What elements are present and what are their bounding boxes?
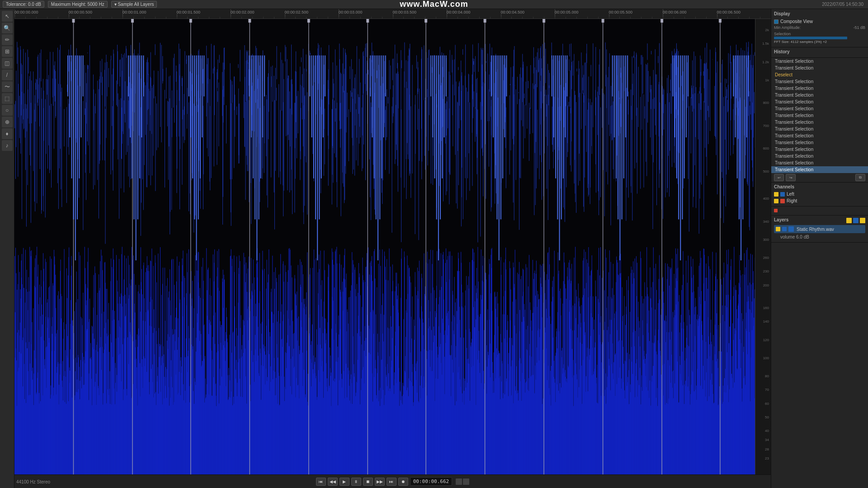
waveform-canvas[interactable] <box>14 19 771 474</box>
y-label-120: 120 <box>763 338 769 342</box>
svg-rect-2522 <box>561 85 561 189</box>
history-item-11[interactable]: Transient Selection <box>771 139 868 146</box>
svg-rect-3595 <box>506 56 507 97</box>
history-item-6[interactable]: Transient Selection <box>771 105 868 112</box>
history-item-0[interactable]: Transient Selection <box>771 58 868 65</box>
sample-button[interactable]: ▾ Sample All Layers <box>111 1 157 8</box>
svg-rect-776 <box>184 106 184 115</box>
history-actions: ↩ ↪ ⧉ <box>771 173 868 183</box>
svg-rect-255 <box>69 104 69 155</box>
btn-stop[interactable]: ⏹ <box>363 478 373 486</box>
btn-play[interactable]: ▶ <box>340 478 349 486</box>
zoom-tool[interactable]: 🔍 <box>2 23 13 33</box>
history-item-3[interactable]: Transient Selection <box>771 85 868 92</box>
svg-rect-1161 <box>268 77 268 207</box>
svg-rect-1509 <box>344 74 344 187</box>
svg-rect-1569 <box>356 109 357 160</box>
svg-rect-54 <box>25 52 26 170</box>
svg-rect-2030 <box>456 81 457 203</box>
tolerance-button[interactable]: Tolerance: 0.0 dB <box>3 1 44 8</box>
history-item-9[interactable]: Transient Selection <box>771 126 868 132</box>
svg-rect-2175 <box>486 71 486 199</box>
history-item-14[interactable]: Transient Selection <box>771 160 868 166</box>
svg-rect-3402 <box>750 60 750 102</box>
cursor-tool[interactable]: ↖ <box>2 11 13 22</box>
history-deselect[interactable]: Deselect <box>771 71 868 78</box>
waveform-area[interactable]: 00:00:00.00000:00:00.50000:00:01.00000:0… <box>14 9 771 474</box>
svg-rect-3134 <box>693 94 693 207</box>
svg-rect-69 <box>28 57 29 73</box>
svg-rect-725 <box>173 58 174 108</box>
history-item-8[interactable]: Transient Selection <box>771 119 868 126</box>
svg-rect-2973 <box>658 56 658 63</box>
line-tool[interactable]: / <box>2 70 13 80</box>
svg-rect-3266 <box>722 60 722 178</box>
hand-tool[interactable]: ♦ <box>2 128 13 139</box>
svg-rect-344 <box>90 45 90 173</box>
svg-rect-75 <box>29 80 30 155</box>
layer-main[interactable]: Static Rhythm.wav <box>774 225 865 233</box>
svg-rect-2928 <box>648 71 648 102</box>
pencil-tool[interactable]: ✏ <box>2 34 13 45</box>
btn-rewind[interactable]: ◀◀ <box>328 478 338 486</box>
history-item-12[interactable]: Transient Selection <box>771 146 868 153</box>
history-title: History <box>774 49 865 54</box>
layers-option-btn[interactable] <box>860 218 865 223</box>
history-copy-btn[interactable]: ⧉ <box>855 174 865 181</box>
layers-add-btn[interactable] <box>846 218 852 223</box>
btn-rewind-start[interactable]: ⏮ <box>316 478 326 486</box>
layers-controls <box>846 218 865 223</box>
svg-rect-1313 <box>301 57 302 62</box>
btn-forward-end[interactable]: ⏭ <box>387 478 396 486</box>
svg-rect-2162 <box>483 82 483 197</box>
history-item-5[interactable]: Transient Selection <box>771 99 868 105</box>
svg-rect-2361 <box>527 66 527 129</box>
ruler-label-10: 00:00:05.000 <box>555 10 579 14</box>
history-undo-btn[interactable]: ↩ <box>774 174 784 181</box>
right-panel: Display Composite View Min Amplitude: -5… <box>771 9 868 488</box>
svg-rect-917 <box>214 67 215 115</box>
composite-checkbox[interactable] <box>774 19 778 24</box>
svg-rect-3567 <box>323 56 324 137</box>
history-item-1[interactable]: Transient Selection <box>771 65 868 71</box>
history-item-2[interactable]: Transient Selection <box>771 78 868 85</box>
wave-tool[interactable]: 〜 <box>2 81 13 92</box>
svg-rect-2693 <box>596 98 596 193</box>
eraser-tool[interactable]: ◫ <box>2 58 13 69</box>
svg-rect-1201 <box>277 46 277 79</box>
svg-rect-2670 <box>591 65 591 76</box>
svg-rect-3278 <box>725 79 725 140</box>
select-tool[interactable]: ⬚ <box>2 93 13 104</box>
svg-rect-2075 <box>465 44 466 157</box>
btn-forward[interactable]: ▶▶ <box>375 478 385 486</box>
history-redo-btn[interactable]: ↪ <box>786 174 796 181</box>
btn-pause[interactable]: ⏸ <box>351 478 361 486</box>
svg-rect-1497 <box>341 74 341 129</box>
svg-rect-312 <box>83 101 83 230</box>
brush-tool[interactable]: ⊞ <box>2 46 13 57</box>
speaker-tool[interactable]: ♪ <box>2 140 13 151</box>
svg-rect-1668 <box>377 70 377 78</box>
height-button[interactable]: Maximum Height: 5000 Hz <box>48 1 108 8</box>
svg-rect-2370 <box>529 103 529 161</box>
svg-rect-1854 <box>418 67 418 92</box>
magnify-tool[interactable]: ⊕ <box>2 117 13 127</box>
layers-color-btn[interactable] <box>853 218 859 223</box>
history-item-4[interactable]: Transient Selection <box>771 92 868 99</box>
svg-rect-989 <box>231 103 231 226</box>
svg-rect-3195 <box>705 64 706 120</box>
y-label-600: 600 <box>763 146 769 150</box>
svg-rect-2065 <box>463 85 463 219</box>
svg-rect-3529 <box>77 56 78 220</box>
history-item-7[interactable]: Transient Selection <box>771 112 868 119</box>
lasso-tool[interactable]: ○ <box>2 105 13 116</box>
svg-rect-3519 <box>602 19 604 23</box>
history-item-15[interactable]: Transient Selection <box>771 166 868 173</box>
svg-rect-2699 <box>597 92 598 135</box>
history-item-13[interactable]: Transient Selection <box>771 153 868 160</box>
svg-rect-1290 <box>296 72 297 138</box>
history-item-10[interactable]: Transient Selection <box>771 132 868 139</box>
svg-rect-698 <box>167 101 168 127</box>
ruler-label-9: 00:00:04.500 <box>501 10 525 14</box>
btn-record[interactable]: ⏺ <box>398 478 408 486</box>
